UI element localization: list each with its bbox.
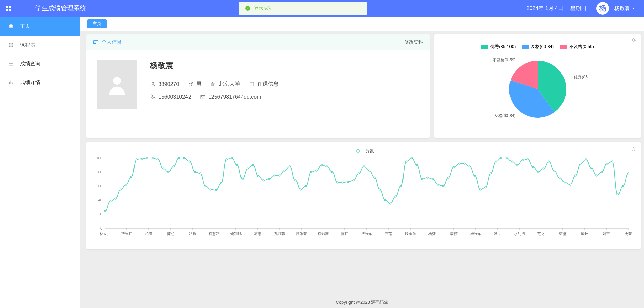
sidebar-item-home[interactable]: 主页: [0, 17, 80, 36]
edit-profile-link[interactable]: 修改资料: [404, 39, 423, 45]
svg-point-80: [305, 185, 307, 187]
svg-point-116: [495, 161, 497, 162]
sidebar-item-label: 成绩详情: [20, 79, 40, 86]
line-chart: 020406080100林立川曹维启柏泽傅冠郑腾柳慧巧鲍翔旭葛思孔月蓉汪敬菁柳影…: [92, 156, 632, 242]
svg-text:及格(60-84): 及格(60-84): [494, 113, 515, 118]
svg-text:姚言: 姚言: [603, 232, 610, 236]
svg-rect-16: [9, 82, 10, 84]
svg-point-121: [522, 159, 524, 161]
svg-text:80: 80: [98, 170, 102, 174]
svg-point-57: [183, 157, 185, 159]
mail-icon: [200, 94, 206, 100]
svg-point-67: [236, 164, 238, 166]
pie-legend-excellent[interactable]: 优秀(85-100): [481, 44, 516, 50]
sidebar-item-score-query[interactable]: 成绩查询: [0, 54, 80, 73]
profile-id: 3890270: [158, 81, 179, 87]
svg-point-113: [479, 189, 481, 190]
svg-point-49: [141, 158, 143, 160]
line-legend[interactable]: 分数: [92, 148, 635, 154]
svg-text:孔月蓉: 孔月蓉: [274, 232, 285, 236]
app-title: 学生成绩管理系统: [35, 4, 86, 13]
app-header: 学生成绩管理系统 登录成功 2024年 1月 4日 星期四 杨 杨敬震: [0, 0, 644, 17]
svg-text:20: 20: [98, 212, 102, 216]
tab-home[interactable]: 主页: [87, 19, 107, 28]
svg-point-74: [273, 175, 275, 176]
svg-text:康莎: 康莎: [450, 232, 458, 236]
svg-text:殷环: 殷环: [581, 232, 588, 236]
svg-point-83: [321, 164, 323, 166]
sidebar-item-schedule[interactable]: 课程表: [0, 36, 80, 54]
svg-text:柳慧巧: 柳慧巧: [209, 232, 220, 236]
svg-rect-15: [9, 65, 13, 65]
svg-text:水利清: 水利清: [514, 232, 525, 236]
svg-rect-2: [6, 9, 8, 11]
svg-point-81: [310, 171, 312, 173]
svg-text:傅冠: 傅冠: [167, 232, 174, 236]
svg-point-125: [543, 168, 545, 169]
svg-point-100: [411, 157, 413, 159]
pie-legend-pass[interactable]: 及格(60-84): [522, 44, 554, 50]
svg-point-130: [569, 184, 571, 186]
svg-point-34: [357, 150, 359, 152]
svg-text:0: 0: [100, 226, 102, 230]
sidebar-item-score-detail[interactable]: 成绩详情: [0, 73, 80, 92]
svg-point-84: [326, 166, 328, 167]
svg-point-141: [628, 173, 629, 174]
svg-point-68: [241, 178, 243, 180]
svg-point-118: [506, 157, 507, 159]
profile-photo-placeholder: [97, 60, 137, 109]
svg-point-93: [374, 177, 375, 179]
svg-point-105: [437, 184, 439, 186]
svg-point-103: [427, 177, 428, 179]
grid-icon: [5, 5, 12, 12]
svg-text:史菁: 史菁: [625, 232, 632, 236]
header-weekday: 星期四: [570, 5, 586, 12]
user-name-label: 杨敬震: [614, 5, 630, 12]
svg-rect-9: [12, 45, 13, 46]
menu-toggle-button[interactable]: [0, 0, 17, 17]
person-icon: [105, 73, 129, 97]
svg-point-98: [400, 185, 402, 187]
gear-icon[interactable]: [631, 38, 636, 42]
svg-point-131: [575, 175, 576, 176]
svg-text:汪敬菁: 汪敬菁: [296, 232, 307, 236]
svg-point-58: [189, 161, 191, 162]
header-avatar[interactable]: 杨: [596, 2, 609, 15]
svg-point-96: [390, 203, 391, 204]
user-dropdown[interactable]: 杨敬震: [614, 5, 636, 12]
svg-rect-26: [213, 85, 214, 86]
male-icon: [188, 81, 194, 87]
svg-point-66: [231, 157, 233, 159]
svg-point-92: [369, 170, 370, 172]
svg-text:杨梦: 杨梦: [428, 232, 436, 236]
svg-point-109: [458, 163, 460, 165]
svg-point-51: [152, 157, 154, 159]
profile-class-link[interactable]: 任课信息: [257, 81, 279, 88]
svg-point-63: [215, 189, 217, 191]
svg-text:优秀(85-100): 优秀(85-100): [574, 75, 588, 79]
svg-point-101: [416, 164, 418, 166]
pie-chart-card: 优秀(85-100) 及格(60-84) 不及格(0-59) 优秀(85-100…: [434, 34, 641, 138]
sidebar-item-label: 课程表: [20, 42, 35, 48]
pie-chart: 优秀(85-100)及格(60-84)不及格(0-59): [487, 52, 588, 129]
svg-text:鲍翔旭: 鲍翔旭: [230, 232, 241, 236]
svg-point-54: [168, 171, 169, 173]
svg-rect-7: [9, 45, 10, 46]
svg-point-115: [490, 173, 492, 174]
svg-point-82: [316, 170, 317, 172]
svg-rect-17: [11, 81, 11, 84]
svg-point-94: [379, 189, 381, 190]
svg-point-45: [120, 189, 122, 190]
svg-point-62: [210, 189, 212, 190]
profile-email: 1256798176@qq.com: [208, 94, 261, 100]
svg-text:郑腾: 郑腾: [189, 232, 196, 236]
user-icon: [150, 81, 156, 87]
svg-text:林立川: 林立川: [99, 232, 111, 236]
svg-point-104: [432, 178, 434, 180]
refresh-icon[interactable]: [631, 147, 636, 152]
svg-point-90: [358, 173, 360, 174]
svg-point-79: [300, 189, 302, 190]
profile-school: 北京大学: [219, 81, 240, 88]
svg-point-114: [485, 187, 486, 188]
pie-legend-fail[interactable]: 不及格(0-59): [560, 44, 594, 50]
